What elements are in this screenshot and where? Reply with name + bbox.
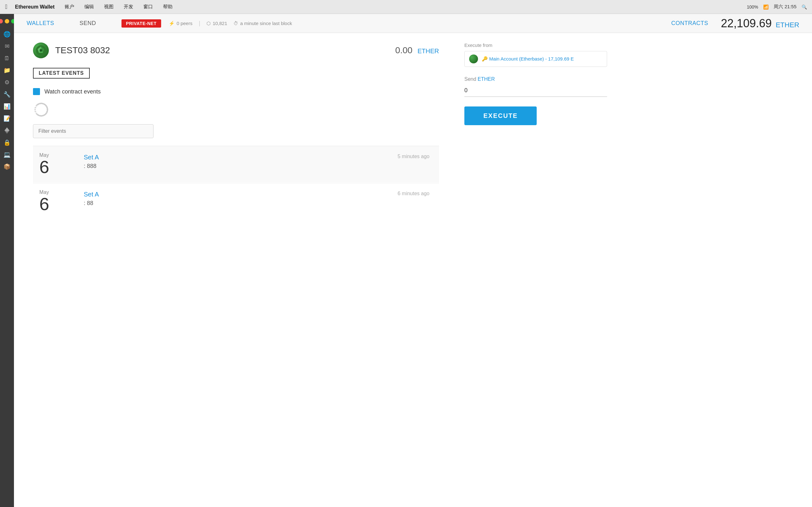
watch-events-checkbox[interactable] bbox=[33, 88, 40, 95]
dock-icon-5[interactable]: ⚙ bbox=[2, 77, 12, 88]
dock: 🌐 ✉ 🗓 📁 ⚙ 🔧 📊 📝 🔒 💻 📦 bbox=[0, 14, 14, 507]
send-ether-input[interactable] bbox=[464, 84, 607, 97]
event-date-1: May 6 bbox=[33, 189, 84, 213]
event-name-0: Set A bbox=[84, 154, 397, 161]
send-tab[interactable]: SEND bbox=[80, 20, 96, 26]
latest-events-section: LATEST EVENTS Watch contract events bbox=[33, 68, 439, 219]
send-unit-label: ETHER bbox=[478, 76, 495, 82]
time-status: ⏱ a minute since last block bbox=[234, 20, 292, 26]
spinner-container bbox=[33, 103, 439, 117]
private-net-badge: PRIVATE-NET bbox=[121, 19, 161, 27]
dock-icon-ethereum[interactable] bbox=[2, 125, 12, 135]
menu-bar-right: 100% 📶 周六 21:55 🔍 bbox=[747, 4, 807, 10]
execute-button[interactable]: EXECUTE bbox=[464, 107, 537, 125]
event-time-1: 6 minutes ago bbox=[397, 189, 439, 196]
contract-header: TEST03 8032 0.00 ETHER bbox=[33, 43, 439, 58]
contract-avatar bbox=[33, 43, 49, 58]
nav-right: CONTRACTS 22,109.69 ETHER bbox=[671, 17, 799, 30]
event-row-0[interactable]: May 6 Set A : 888 5 minutes ago bbox=[33, 146, 439, 182]
main-content: WALLETS SEND PRIVATE-NET ⚡ 0 peers | ⬡ 1… bbox=[14, 14, 812, 507]
event-date-0: May 6 bbox=[33, 153, 84, 176]
execute-from-label: Execute from bbox=[464, 43, 607, 48]
event-day-1: 6 bbox=[39, 195, 84, 213]
block-status: ⬡ 10,821 bbox=[206, 20, 227, 26]
balance-unit: ETHER bbox=[775, 21, 799, 29]
separator-1: | bbox=[199, 20, 200, 26]
dock-icon-7[interactable]: 📊 bbox=[2, 101, 12, 112]
event-data-1: : 88 bbox=[84, 200, 397, 207]
peers-icon: ⚡ bbox=[169, 20, 175, 26]
top-nav: WALLETS SEND PRIVATE-NET ⚡ 0 peers | ⬡ 1… bbox=[14, 14, 812, 33]
event-time-0: 5 minutes ago bbox=[397, 153, 439, 159]
event-rows-container: May 6 Set A : 888 5 minutes ago May 6 Se… bbox=[33, 146, 439, 219]
account-selector[interactable]: 🔑 Main Account (Etherbase) - 17,109.69 E bbox=[464, 51, 607, 67]
minimize-button[interactable] bbox=[5, 19, 9, 23]
balance-display: 22,109.69 ETHER bbox=[721, 17, 799, 30]
dock-icon-4[interactable]: 📁 bbox=[2, 65, 12, 75]
event-details-0: Set A : 888 bbox=[84, 153, 397, 170]
dock-icon-10[interactable]: 💻 bbox=[2, 150, 12, 160]
balance-amount: 22,109.69 bbox=[721, 17, 772, 30]
menu-dev[interactable]: 开发 bbox=[124, 4, 133, 10]
account-avatar bbox=[469, 55, 478, 63]
menu-view[interactable]: 视图 bbox=[104, 4, 113, 10]
menu-edit[interactable]: 编辑 bbox=[84, 4, 94, 10]
menu-accounts[interactable]: 账户 bbox=[65, 4, 74, 10]
loading-spinner bbox=[34, 103, 48, 117]
app-window: 🌐 ✉ 🗓 📁 ⚙ 🔧 📊 📝 🔒 💻 📦 WALLETS SEND PRIVA… bbox=[0, 14, 812, 507]
right-panel: Execute from 🔑 Main Account (Etherbase) … bbox=[458, 33, 623, 507]
dock-icon-8[interactable]: 📝 bbox=[2, 113, 12, 124]
menu-bar:  Ethereum Wallet 账户 编辑 视图 开发 窗口 帮助 100%… bbox=[0, 0, 812, 14]
event-name-1: Set A bbox=[84, 191, 397, 198]
watch-events-row: Watch contract events bbox=[33, 88, 439, 95]
clock-icon: ⏱ bbox=[234, 20, 238, 26]
menu-window[interactable]: 窗口 bbox=[143, 4, 153, 10]
dock-icon-3[interactable]: 🗓 bbox=[2, 53, 12, 63]
last-block-text: a minute since last block bbox=[240, 20, 292, 26]
block-icon: ⬡ bbox=[206, 20, 211, 26]
event-day-0: 6 bbox=[39, 158, 84, 176]
watch-events-label: Watch contract events bbox=[44, 89, 101, 95]
event-data-0: : 888 bbox=[84, 163, 397, 170]
peers-status: ⚡ 0 peers bbox=[169, 20, 193, 26]
content-area: TEST03 8032 0.00 ETHER LATEST EVENTS Wat… bbox=[14, 33, 458, 507]
section-header-label: LATEST EVENTS bbox=[33, 68, 90, 78]
dock-icon-11[interactable]: 📦 bbox=[2, 162, 12, 172]
wallets-tab[interactable]: WALLETS bbox=[27, 20, 54, 26]
search-icon[interactable]: 🔍 bbox=[802, 4, 807, 9]
filter-input-container bbox=[33, 124, 439, 138]
contracts-link[interactable]: CONTRACTS bbox=[671, 20, 708, 26]
dock-icon-6[interactable]: 🔧 bbox=[2, 89, 12, 100]
apple-menu[interactable]:  bbox=[5, 3, 7, 10]
wifi-icon: 📶 bbox=[763, 4, 768, 9]
event-row-1[interactable]: May 6 Set A : 88 6 minutes ago bbox=[33, 183, 439, 219]
clock: 周六 21:55 bbox=[774, 4, 797, 10]
page-body: TEST03 8032 0.00 ETHER LATEST EVENTS Wat… bbox=[14, 33, 812, 507]
dock-icon-1[interactable]: 🌐 bbox=[2, 29, 12, 39]
app-name: Ethereum Wallet bbox=[15, 4, 55, 10]
contract-balance: 0.00 ETHER bbox=[395, 45, 439, 55]
filter-events-input[interactable] bbox=[33, 124, 154, 138]
network-status: ⚡ 0 peers | ⬡ 10,821 ⏱ a minute since la… bbox=[169, 20, 292, 26]
send-ether-label: Send ETHER bbox=[464, 76, 607, 82]
contract-name: TEST03 8032 bbox=[55, 45, 395, 55]
dock-icon-9[interactable]: 🔒 bbox=[2, 137, 12, 148]
battery-status: 100% bbox=[747, 4, 758, 9]
peers-count: 0 peers bbox=[177, 20, 193, 26]
event-details-1: Set A : 88 bbox=[84, 189, 397, 207]
block-number: 10,821 bbox=[212, 20, 227, 26]
menu-bar-items: 账户 编辑 视图 开发 窗口 帮助 bbox=[65, 4, 172, 10]
dock-icon-2[interactable]: ✉ bbox=[2, 41, 12, 51]
close-button[interactable] bbox=[0, 19, 3, 23]
account-name-text: 🔑 Main Account (Etherbase) - 17,109.69 E bbox=[482, 56, 602, 62]
menu-help[interactable]: 帮助 bbox=[163, 4, 172, 10]
svg-point-6 bbox=[40, 49, 42, 52]
